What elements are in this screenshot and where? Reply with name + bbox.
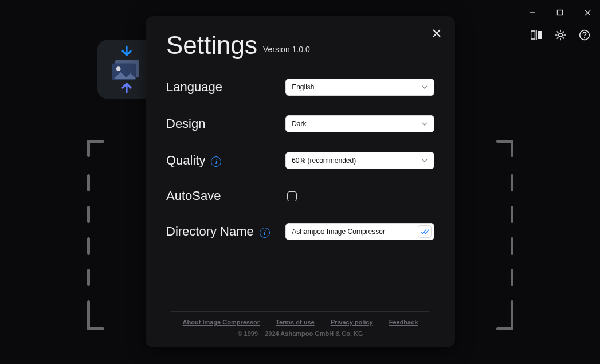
info-icon[interactable]: i xyxy=(211,156,221,167)
directory-row: Directory Name i Ashampoo Image Compress… xyxy=(166,223,434,240)
info-icon[interactable]: i xyxy=(260,228,270,238)
language-select[interactable]: English xyxy=(285,79,434,96)
design-label: Design xyxy=(166,116,285,131)
double-check-icon xyxy=(421,229,429,235)
svg-point-12 xyxy=(116,66,121,71)
confirm-button[interactable] xyxy=(418,225,432,238)
terms-link[interactable]: Terms of use xyxy=(276,319,315,326)
directory-input[interactable]: Ashampoo Image Compressor xyxy=(285,223,434,240)
language-label: Language xyxy=(166,80,285,95)
feedback-link[interactable]: Feedback xyxy=(389,319,418,326)
privacy-link[interactable]: Privacy policy xyxy=(331,319,373,326)
quality-row: Quality i 60% (recommended) xyxy=(166,152,434,169)
design-value: Dark xyxy=(292,120,306,128)
autosave-label: AutoSave xyxy=(166,189,287,203)
autosave-row: AutoSave xyxy=(166,189,434,203)
directory-label-text: Directory Name xyxy=(166,224,254,239)
language-row: Language English xyxy=(166,79,434,96)
quality-select[interactable]: 60% (recommended) xyxy=(285,152,434,169)
directory-value: Ashampoo Image Compressor xyxy=(292,228,414,236)
about-link[interactable]: About Image Compressor xyxy=(183,319,260,326)
dialog-body: Language English Design Dark Quality i 6… xyxy=(146,68,455,311)
close-icon[interactable] xyxy=(429,25,445,41)
dialog-footer: About Image Compressor Terms of use Priv… xyxy=(146,311,455,347)
dialog-header: Settings Version 1.0.0 xyxy=(146,16,455,68)
compress-up-icon xyxy=(119,81,135,93)
quality-value: 60% (recommended) xyxy=(292,156,356,165)
quality-label-text: Quality xyxy=(166,153,205,168)
directory-label: Directory Name i xyxy=(166,224,285,239)
dialog-title: Settings xyxy=(166,31,257,60)
settings-dialog: Settings Version 1.0.0 Language English … xyxy=(146,16,455,347)
compress-down-icon xyxy=(119,45,135,58)
chevron-down-icon xyxy=(421,120,428,127)
chevron-down-icon xyxy=(421,84,428,91)
quality-label: Quality i xyxy=(166,153,285,168)
design-select[interactable]: Dark xyxy=(285,115,434,132)
divider xyxy=(171,311,429,312)
version-label: Version 1.0.0 xyxy=(263,45,310,54)
footer-links: About Image Compressor Terms of use Priv… xyxy=(166,319,434,326)
language-value: English xyxy=(292,83,314,91)
design-row: Design Dark xyxy=(166,115,434,132)
chevron-down-icon xyxy=(421,157,428,164)
photo-icon xyxy=(109,58,144,81)
copyright-text: © 1999 – 2024 Ashampoo GmbH & Co. KG xyxy=(166,330,434,337)
autosave-checkbox[interactable] xyxy=(287,191,297,201)
